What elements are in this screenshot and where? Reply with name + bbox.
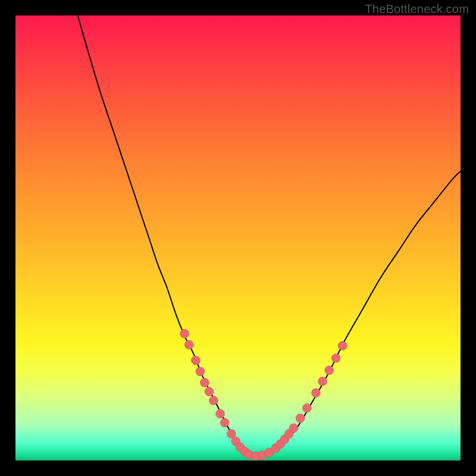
chart-svg bbox=[15, 15, 461, 461]
curve-marker bbox=[200, 378, 209, 387]
watermark-text: TheBottleneck.com bbox=[365, 2, 469, 16]
curve-marker bbox=[296, 414, 305, 422]
chart-frame: TheBottleneck.com bbox=[0, 0, 476, 476]
curve-marker bbox=[184, 340, 193, 349]
curve-marker bbox=[289, 424, 298, 433]
curve-marker bbox=[191, 356, 200, 365]
curve-marker bbox=[311, 389, 320, 397]
chart-plot-area bbox=[15, 15, 461, 461]
curve-marker bbox=[220, 418, 229, 427]
curve-markers bbox=[180, 329, 347, 461]
curve-marker bbox=[331, 354, 340, 363]
curve-marker bbox=[227, 430, 236, 439]
curve-marker bbox=[180, 329, 189, 338]
curve-marker bbox=[325, 366, 334, 375]
curve-marker bbox=[216, 409, 225, 418]
curve-marker bbox=[205, 387, 214, 396]
curve-marker bbox=[338, 342, 347, 350]
curve-marker bbox=[209, 396, 218, 405]
curve-marker bbox=[302, 403, 311, 412]
curve-marker bbox=[196, 367, 205, 376]
curve-marker bbox=[318, 377, 327, 386]
bottleneck-curve bbox=[78, 15, 461, 456]
